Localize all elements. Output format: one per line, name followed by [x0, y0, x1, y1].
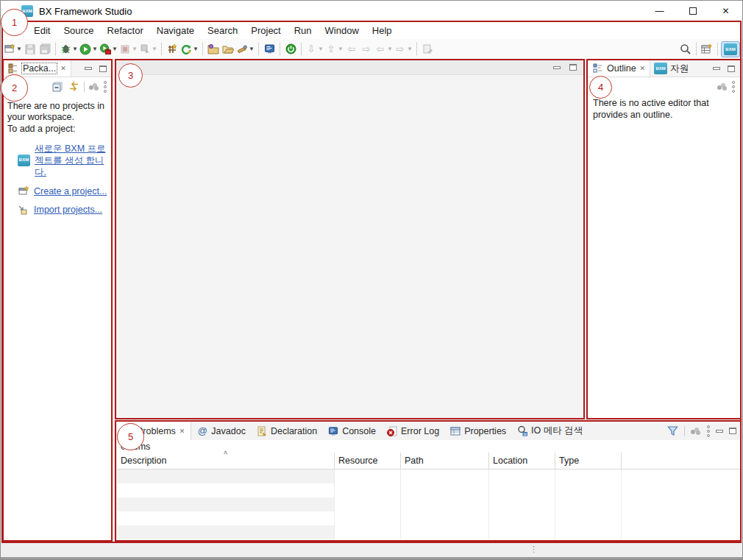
tab-package-explorer[interactable]: Packa... ✕: [4, 60, 71, 77]
menu-edit[interactable]: Edit: [27, 24, 57, 38]
menu-project[interactable]: Project: [244, 24, 287, 38]
maximize-button[interactable]: [676, 1, 709, 21]
kebab-menu-icon[interactable]: [732, 81, 735, 93]
tab-resources[interactable]: BXM 자원: [650, 60, 692, 77]
problems-table-header: Description ^ Resource Path Location Typ…: [117, 453, 741, 469]
menu-window[interactable]: Window: [319, 24, 366, 38]
close-icon[interactable]: ✕: [179, 428, 186, 435]
toolbar-group-annotations: ⇩ ▼ ⇧ ▼ ⇦ ⇨ ⇦ ▼ ⇨ ▼: [305, 39, 413, 59]
create-project-link[interactable]: Create a project...: [34, 185, 107, 197]
wand-button[interactable]: ▼: [235, 40, 255, 58]
tab-declaration[interactable]: Declaration: [251, 422, 322, 440]
run-dropdown[interactable]: ▼: [92, 46, 98, 52]
kebab-menu-icon[interactable]: [707, 425, 710, 437]
close-icon[interactable]: ✕: [639, 65, 647, 72]
open-perspective-button[interactable]: [700, 40, 714, 58]
back-history-button[interactable]: ⇦ ▼: [374, 40, 394, 58]
maximize-view-icon[interactable]: [729, 428, 736, 434]
maximize-view-icon[interactable]: [728, 65, 735, 72]
menu-help[interactable]: Help: [366, 24, 399, 38]
console-button[interactable]: [262, 40, 277, 58]
power-button[interactable]: [283, 40, 298, 58]
filter-icon[interactable]: [666, 425, 678, 437]
external-tools-button[interactable]: ▼: [99, 40, 118, 58]
update-dropdown[interactable]: ▼: [193, 46, 199, 52]
console-icon: [327, 425, 339, 437]
new-wizard-button[interactable]: ▼: [3, 40, 23, 58]
tab-properties[interactable]: Properties: [444, 422, 511, 440]
column-resource[interactable]: Resource: [335, 453, 401, 469]
menu-navigate[interactable]: Navigate: [150, 24, 201, 38]
column-label: Resource: [338, 456, 378, 466]
minimize-view-icon[interactable]: [85, 67, 92, 70]
new-bxm-project-link[interactable]: 새로운 BXM 프로젝트를 생성 합니다.: [35, 143, 109, 179]
menu-search[interactable]: Search: [201, 24, 244, 38]
search-button[interactable]: [678, 40, 693, 58]
outline-panel: Outline ✕ BXM 자원 There is no active edit…: [589, 60, 741, 418]
bxm-perspective-button[interactable]: BXM: [721, 41, 740, 57]
project-link-list: BXM 새로운 BXM 프로젝트를 생성 합니다. Create a proje…: [7, 143, 109, 216]
close-icon[interactable]: ✕: [60, 65, 67, 72]
close-button[interactable]: ✕: [709, 1, 742, 21]
stop-button[interactable]: ▼: [118, 40, 138, 58]
column-description[interactable]: Description ^: [117, 453, 335, 469]
previous-annotation-button[interactable]: ⇧ ▼: [324, 40, 344, 58]
last-edit-location-button[interactable]: ⇦: [344, 40, 359, 58]
forward-history-button[interactable]: ⇨ ▼: [394, 40, 413, 58]
column-location[interactable]: Location: [489, 453, 555, 469]
open-folder-button[interactable]: [221, 40, 235, 58]
import-archive-button[interactable]: [206, 40, 221, 58]
next-annotation-button[interactable]: ⇩ ▼: [305, 40, 324, 58]
update-button[interactable]: ▼: [179, 40, 199, 58]
next-edit-location-button[interactable]: ⇨: [359, 40, 374, 58]
tab-io-meta-search[interactable]: M IO 메타 검색: [511, 422, 588, 440]
view-menu-icon[interactable]: [717, 82, 728, 91]
tab-problems[interactable]: Problems ✕: [117, 422, 191, 440]
open-perspective-icon: [701, 43, 713, 55]
wand-dropdown[interactable]: ▼: [249, 46, 255, 52]
minimize-button[interactable]: —: [643, 1, 676, 21]
column-type[interactable]: Type: [555, 453, 622, 469]
save-button[interactable]: [23, 40, 38, 58]
back-history-dropdown[interactable]: ▼: [387, 46, 393, 52]
minimize-editor-icon[interactable]: [553, 66, 561, 69]
save-all-button[interactable]: [38, 40, 52, 58]
maximize-editor-icon[interactable]: [569, 64, 577, 71]
kebab-menu-icon[interactable]: [104, 81, 107, 93]
menu-refactor[interactable]: Refactor: [101, 24, 150, 38]
tab-outline[interactable]: Outline ✕: [589, 60, 650, 77]
tab-console[interactable]: Console: [322, 422, 381, 440]
sort-ascending-icon: ^: [224, 450, 227, 458]
new-bxm-project-button[interactable]: [165, 40, 179, 58]
relaunch-button[interactable]: ▼: [138, 40, 158, 58]
stop-dropdown[interactable]: ▼: [132, 46, 138, 52]
minimize-view-icon[interactable]: [716, 430, 723, 433]
next-annotation-dropdown[interactable]: ▼: [318, 46, 324, 52]
outline-toolbar: [589, 77, 741, 96]
column-path[interactable]: Path: [401, 453, 489, 469]
view-menu-icon[interactable]: [691, 427, 701, 436]
run-button[interactable]: ▼: [79, 40, 99, 58]
tab-javadoc[interactable]: @ Javadoc: [191, 422, 251, 440]
maximize-view-icon[interactable]: [99, 65, 107, 72]
statusbar-drag-handle[interactable]: ⋮: [530, 545, 538, 553]
new-wizard-dropdown[interactable]: ▼: [16, 46, 22, 52]
external-tools-dropdown[interactable]: ▼: [112, 46, 118, 52]
debug-button[interactable]: ▼: [59, 40, 79, 58]
link-with-editor-icon[interactable]: [68, 81, 79, 93]
import-projects-link[interactable]: Import projects...: [34, 204, 102, 216]
tab-error-log[interactable]: Error Log: [381, 422, 444, 440]
forward-history-dropdown[interactable]: ▼: [407, 46, 413, 52]
minimize-view-icon[interactable]: [713, 67, 720, 70]
problems-icon: [122, 425, 134, 437]
menu-run[interactable]: Run: [288, 24, 319, 38]
table-row: [117, 469, 741, 483]
view-menu-icon[interactable]: [89, 82, 99, 91]
pin-editor-button[interactable]: [420, 40, 435, 58]
collapse-all-icon[interactable]: [51, 81, 63, 93]
relaunch-dropdown[interactable]: ▼: [152, 46, 157, 52]
previous-annotation-dropdown[interactable]: ▼: [338, 46, 344, 52]
toolbar-right-cluster: BXM: [678, 40, 740, 58]
debug-dropdown[interactable]: ▼: [72, 46, 78, 52]
menu-source[interactable]: Source: [57, 24, 100, 38]
